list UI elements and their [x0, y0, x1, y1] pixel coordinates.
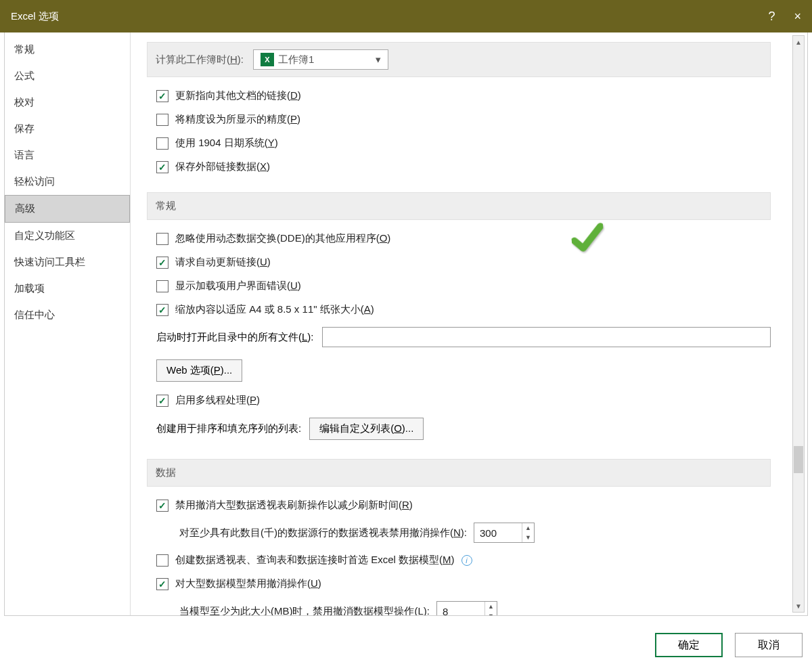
dialog-footer: 确定 取消 [655, 633, 803, 657]
sidebar-item-general[interactable]: 常规 [5, 37, 130, 63]
edit-custom-lists-button[interactable]: 编辑自定义列表(O)... [309, 418, 424, 440]
workbook-dropdown[interactable]: X 工作簿1 ▾ [253, 49, 388, 70]
sidebar: 常规 公式 校对 保存 语言 轻松访问 高级 自定义功能区 快速访问工具栏 加载… [5, 32, 131, 615]
section-label: 计算此工作簿时(H): [156, 53, 244, 66]
startup-folder-input[interactable] [322, 327, 771, 347]
pivot-threshold-label: 对至少具有此数目(千)的数据源行的数据透视表禁用撤消操作(N): [179, 527, 467, 539]
chk-update-links[interactable]: 更新指向其他文档的链接(D) [156, 89, 771, 102]
pivot-threshold-value: 300 [480, 527, 497, 539]
model-threshold-label: 当模型至少为此大小(MB)时，禁用撤消数据模型操作(L): [179, 605, 430, 616]
section-header-workbook: 计算此工作簿时(H): X 工作簿1 ▾ [147, 42, 771, 77]
sidebar-item-advanced[interactable]: 高级 [5, 195, 130, 223]
spinner-down-icon[interactable]: ▼ [522, 533, 534, 542]
checkbox-icon [156, 395, 168, 407]
excel-file-icon: X [261, 53, 274, 66]
sidebar-item-customize-ribbon[interactable]: 自定义功能区 [5, 223, 130, 249]
row-model-threshold: 当模型至少为此大小(MB)时，禁用撤消数据模型操作(L): 8 ▲▼ [179, 601, 771, 615]
title-text: Excel 选项 [11, 10, 59, 23]
scroll-thumb[interactable] [794, 446, 803, 473]
chk-1904-date[interactable]: 使用 1904 日期系统(Y) [156, 137, 771, 150]
checkbox-icon [156, 280, 168, 292]
title-bar: Excel 选项 ? × [0, 0, 812, 32]
row-pivot-threshold: 对至少具有此数目(千)的数据源行的数据透视表禁用撤消操作(N): 300 ▲▼ [179, 523, 771, 543]
pivot-threshold-spinner[interactable]: 300 ▲▼ [474, 523, 535, 543]
dialog-body: 常规 公式 校对 保存 语言 轻松访问 高级 自定义功能区 快速访问工具栏 加载… [4, 32, 808, 616]
checkbox-icon [156, 114, 168, 126]
sidebar-item-save[interactable]: 保存 [5, 116, 130, 142]
spinner-down-icon[interactable]: ▼ [485, 611, 497, 615]
chk-show-addin-errors[interactable]: 显示加载项用户界面错误(U) [156, 280, 771, 292]
sidebar-item-quick-access[interactable]: 快速访问工具栏 [5, 249, 130, 275]
chevron-down-icon: ▾ [376, 53, 381, 66]
startup-folder-label: 启动时打开此目录中的所有文件(L): [156, 331, 314, 344]
sidebar-item-proofing[interactable]: 校对 [5, 89, 130, 116]
chk-prefer-data-model[interactable]: 创建数据透视表、查询表和数据连接时首选 Excel 数据模型(M) i [156, 554, 771, 567]
chk-disable-undo-model[interactable]: 对大型数据模型禁用撤消操作(U) [156, 577, 771, 590]
startup-folder-row: 启动时打开此目录中的所有文件(L): [156, 327, 771, 347]
highlight-checkmark-icon [570, 222, 606, 261]
checkbox-icon [156, 90, 168, 102]
sidebar-item-trust-center[interactable]: 信任中心 [5, 302, 130, 328]
section-header-data: 数据 [147, 459, 771, 487]
sidebar-item-ease-of-access[interactable]: 轻松访问 [5, 169, 130, 195]
model-threshold-spinner[interactable]: 8 ▲▼ [436, 601, 497, 615]
scroll-down-icon[interactable]: ▼ [793, 600, 804, 612]
checkbox-icon [156, 578, 168, 590]
chk-ask-update-links[interactable]: 请求自动更新链接(U) [156, 256, 771, 269]
checkbox-icon [156, 500, 168, 512]
checkbox-icon [156, 257, 168, 269]
checkbox-icon [156, 304, 168, 316]
section-header-general: 常规 [147, 192, 771, 220]
help-icon[interactable]: ? [768, 9, 775, 24]
checkbox-icon [156, 554, 168, 567]
cancel-button[interactable]: 取消 [735, 633, 803, 657]
main-panel: 计算此工作簿时(H): X 工作簿1 ▾ 更新指向其他文档的链接(D) 将精度设… [131, 32, 807, 615]
spinner-up-icon[interactable]: ▲ [522, 523, 534, 533]
sidebar-item-addins[interactable]: 加载项 [5, 275, 130, 302]
sidebar-item-formulas[interactable]: 公式 [5, 63, 130, 89]
chk-save-external-link[interactable]: 保存外部链接数据(X) [156, 160, 771, 173]
ok-button[interactable]: 确定 [655, 633, 723, 657]
web-options-button[interactable]: Web 选项(P)... [156, 359, 242, 382]
scroll-up-icon[interactable]: ▲ [793, 36, 804, 48]
scrollbar[interactable]: ▲ ▼ [792, 35, 805, 613]
chk-multithread[interactable]: 启用多线程处理(P) [156, 394, 771, 407]
chk-disable-undo-pivot[interactable]: 禁用撤消大型数据透视表刷新操作以减少刷新时间(R) [156, 499, 771, 512]
chk-set-precision[interactable]: 将精度设为所显示的精度(P) [156, 113, 771, 126]
custom-list-label: 创建用于排序和填充序列的列表: [156, 422, 301, 435]
spinner-up-icon[interactable]: ▲ [485, 602, 497, 611]
chk-ignore-dde[interactable]: 忽略使用动态数据交换(DDE)的其他应用程序(O) [156, 232, 771, 245]
checkbox-icon [156, 161, 168, 173]
workbook-dropdown-value: 工作簿1 [278, 53, 314, 66]
close-icon[interactable]: × [794, 9, 801, 24]
chk-scale-content[interactable]: 缩放内容以适应 A4 或 8.5 x 11" 纸张大小(A) [156, 303, 771, 316]
custom-list-row: 创建用于排序和填充序列的列表: 编辑自定义列表(O)... [156, 418, 771, 440]
checkbox-icon [156, 137, 168, 150]
sidebar-item-language[interactable]: 语言 [5, 142, 130, 169]
info-icon[interactable]: i [461, 555, 472, 566]
model-threshold-value: 8 [443, 606, 448, 616]
checkbox-icon [156, 233, 168, 245]
